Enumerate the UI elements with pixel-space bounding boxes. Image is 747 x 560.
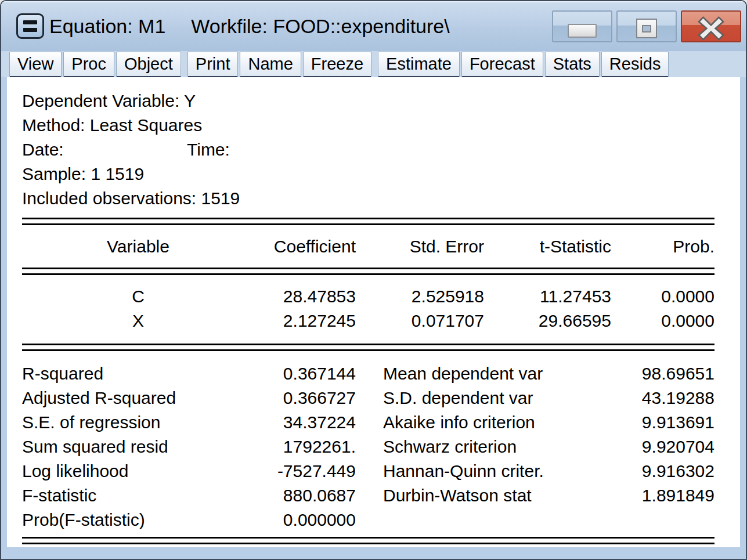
cell-std-error: 2.525918 bbox=[356, 284, 484, 309]
stat-value: 0.000000 bbox=[231, 508, 356, 532]
col-header-prob: Prob. bbox=[611, 237, 714, 256]
toolbar-button-stats[interactable]: Stats bbox=[545, 52, 600, 77]
divider-bottom bbox=[22, 537, 714, 544]
stat-value: 880.0687 bbox=[231, 483, 356, 508]
stat-value: 9.916302 bbox=[592, 459, 714, 483]
toolbar-button-name[interactable]: Name bbox=[240, 52, 301, 77]
stat-value: 1.891849 bbox=[592, 483, 714, 508]
stat-value: 0.367144 bbox=[231, 362, 356, 386]
stat-value: 43.19288 bbox=[592, 386, 714, 410]
stat-label: Log likelihood bbox=[22, 459, 231, 483]
table-row: C 28.47853 2.525918 11.27453 0.0000 bbox=[22, 284, 714, 309]
stat-label bbox=[356, 508, 592, 532]
equation-window: Equation: M1 Workfile: FOOD::expenditure… bbox=[0, 0, 747, 560]
included-observations-line: Included observations: 1519 bbox=[22, 186, 714, 211]
divider-below-header bbox=[22, 268, 714, 275]
col-header-variable: Variable bbox=[22, 237, 254, 256]
stat-value: 9.920704 bbox=[592, 435, 714, 459]
titlebar[interactable]: Equation: M1 Workfile: FOOD::expenditure… bbox=[1, 1, 746, 51]
stat-label: Prob(F-statistic) bbox=[22, 508, 231, 532]
cell-coefficient: 2.127245 bbox=[254, 309, 356, 333]
window-controls bbox=[552, 10, 741, 42]
equation-object-icon[interactable] bbox=[16, 13, 44, 39]
cell-prob: 0.0000 bbox=[611, 284, 714, 309]
toolbar-button-object[interactable]: Object bbox=[116, 52, 181, 77]
time-label: Time: bbox=[187, 138, 230, 162]
restore-icon bbox=[636, 19, 657, 38]
col-header-t-statistic: t-Statistic bbox=[484, 237, 611, 256]
stat-label: Sum squared resid bbox=[22, 435, 231, 459]
toolbar-button-view[interactable]: View bbox=[9, 52, 62, 77]
stat-label: Adjusted R-squared bbox=[22, 386, 231, 410]
table-row: X 2.127245 0.071707 29.66595 0.0000 bbox=[22, 309, 714, 333]
stat-value: 0.366727 bbox=[231, 386, 356, 410]
method-line: Method: Least Squares bbox=[22, 113, 714, 138]
toolbar-button-proc[interactable]: Proc bbox=[63, 52, 114, 77]
stat-value: 9.913691 bbox=[592, 410, 714, 435]
window-title-workfile: Workfile: FOOD::expenditure\ bbox=[191, 15, 449, 38]
cell-variable: X bbox=[22, 309, 254, 333]
cell-coefficient: 28.47853 bbox=[254, 284, 356, 309]
stat-label: Hannan-Quinn criter. bbox=[356, 459, 592, 483]
col-header-std-error: Std. Error bbox=[356, 237, 484, 256]
stat-label: Akaike info criterion bbox=[356, 410, 592, 435]
stat-value: 1792261. bbox=[231, 435, 356, 459]
toolbar-button-freeze[interactable]: Freeze bbox=[303, 52, 371, 77]
stat-value bbox=[592, 508, 714, 532]
stat-value: 98.69651 bbox=[592, 362, 714, 386]
cell-std-error: 0.071707 bbox=[356, 309, 484, 333]
toolbar-button-estimate[interactable]: Estimate bbox=[378, 52, 460, 77]
window-title-object: Equation: M1 bbox=[49, 15, 165, 38]
regression-output: Dependent Variable: Y Method: Least Squa… bbox=[7, 77, 740, 547]
date-label: Date: bbox=[22, 138, 187, 162]
toolbar-button-print[interactable]: Print bbox=[187, 52, 239, 77]
cell-t-statistic: 29.66595 bbox=[484, 309, 611, 333]
toolbar: View Proc Object Print Name Freeze Estim… bbox=[1, 51, 746, 77]
toolbar-button-resids[interactable]: Resids bbox=[601, 52, 669, 77]
stat-label: S.D. dependent var bbox=[356, 386, 592, 410]
restore-button[interactable] bbox=[616, 10, 677, 42]
col-header-coefficient: Coefficient bbox=[254, 237, 356, 256]
stat-label: Schwarz criterion bbox=[356, 435, 592, 459]
close-icon bbox=[695, 16, 727, 41]
coefficient-table-body: C 28.47853 2.525918 11.27453 0.0000 X 2.… bbox=[22, 275, 714, 344]
stat-value: -7527.449 bbox=[231, 459, 356, 483]
close-button[interactable] bbox=[681, 10, 741, 42]
coefficient-table-header: Variable Coefficient Std. Error t-Statis… bbox=[22, 225, 714, 268]
cell-t-statistic: 11.27453 bbox=[484, 284, 611, 309]
stat-value: 34.37224 bbox=[231, 410, 356, 435]
minimize-icon bbox=[568, 24, 597, 38]
summary-statistics: R-squared 0.367144 Mean dependent var 98… bbox=[22, 351, 714, 537]
divider-top bbox=[22, 218, 714, 225]
toolbar-button-forecast[interactable]: Forecast bbox=[461, 52, 543, 77]
cell-prob: 0.0000 bbox=[611, 309, 714, 333]
stat-label: Durbin-Watson stat bbox=[356, 483, 592, 508]
dependent-variable-line: Dependent Variable: Y bbox=[22, 89, 714, 113]
cell-variable: C bbox=[22, 284, 254, 309]
divider-below-coefficients bbox=[22, 344, 714, 351]
stat-label: F-statistic bbox=[22, 483, 231, 508]
stat-label: R-squared bbox=[22, 362, 231, 386]
stat-label: Mean dependent var bbox=[356, 362, 592, 386]
minimize-button[interactable] bbox=[552, 10, 612, 42]
window-title: Equation: M1 Workfile: FOOD::expenditure… bbox=[49, 15, 450, 38]
stat-label: S.E. of regression bbox=[22, 410, 231, 435]
date-time-line: Date: Time: bbox=[22, 138, 714, 162]
sample-line: Sample: 1 1519 bbox=[22, 162, 714, 186]
